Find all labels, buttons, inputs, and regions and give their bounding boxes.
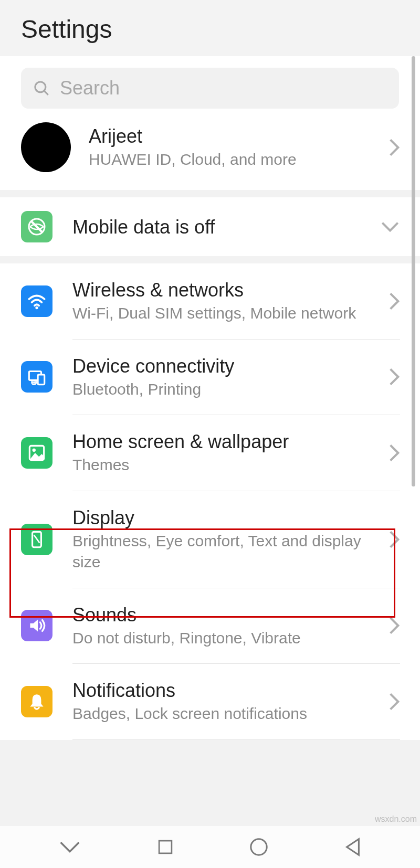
svg-rect-6	[38, 375, 45, 385]
chevron-right-icon	[388, 291, 400, 311]
item-subtitle: Badges, Lock screen notifications	[72, 703, 369, 725]
wifi-icon	[21, 285, 52, 317]
chevron-right-icon	[388, 692, 400, 712]
search-container: Search	[0, 68, 420, 109]
svg-line-3	[31, 221, 43, 232]
mobile-data-texts: Mobile data is off	[72, 215, 360, 239]
row-texts: Display Brightness, Eye comfort, Text an…	[72, 506, 369, 573]
account-row[interactable]: Arijeet HUAWEI ID, Cloud, and more	[0, 109, 420, 190]
chevron-right-icon	[388, 137, 400, 157]
bell-icon	[21, 686, 52, 717]
svg-point-4	[35, 306, 38, 309]
search-input[interactable]: Search	[21, 68, 399, 109]
top-section: Search Arijeet HUAWEI ID, Cloud, and mor…	[0, 56, 420, 190]
watermark: wsxdn.com	[375, 814, 417, 824]
item-title: Notifications	[72, 679, 369, 702]
mobile-data-icon	[21, 211, 52, 242]
settings-header: Settings	[0, 0, 420, 56]
avatar	[21, 122, 71, 172]
item-title: Display	[72, 506, 369, 530]
nav-home-icon[interactable]	[249, 837, 269, 857]
display-icon	[21, 524, 52, 555]
row-texts: Wireless & networks Wi-Fi, Dual SIM sett…	[72, 278, 369, 324]
item-subtitle: Do not disturb, Ringtone, Vibrate	[72, 628, 369, 649]
settings-item-home-screen[interactable]: Home screen & wallpaper Themes	[0, 415, 420, 491]
svg-marker-16	[346, 839, 359, 855]
nav-down-icon[interactable]	[58, 840, 81, 854]
chevron-right-icon	[388, 616, 400, 636]
navigation-bar	[0, 826, 420, 868]
svg-point-0	[35, 82, 46, 92]
search-icon	[33, 79, 50, 97]
settings-item-notifications[interactable]: Notifications Badges, Lock screen notifi…	[0, 664, 420, 739]
row-texts: Home screen & wallpaper Themes	[72, 430, 369, 476]
settings-item-device-connectivity[interactable]: Device connectivity Bluetooth, Printing	[0, 340, 420, 415]
item-subtitle: Brightness, Eye comfort, Text and displa…	[72, 531, 369, 573]
chevron-down-icon	[380, 221, 400, 232]
search-placeholder: Search	[60, 77, 120, 99]
item-title: Wireless & networks	[72, 278, 369, 302]
svg-line-13	[34, 535, 40, 543]
item-subtitle: Bluetooth, Printing	[72, 379, 369, 400]
row-texts: Device connectivity Bluetooth, Printing	[72, 354, 369, 400]
item-title: Sounds	[72, 603, 369, 627]
account-subtitle: HUAWEI ID, Cloud, and more	[89, 149, 371, 171]
page-title: Settings	[21, 15, 399, 44]
account-texts: Arijeet HUAWEI ID, Cloud, and more	[89, 124, 371, 171]
sound-icon	[21, 610, 52, 641]
nav-back-icon[interactable]	[344, 837, 362, 857]
divider	[72, 739, 400, 740]
svg-point-15	[251, 839, 267, 855]
svg-line-1	[44, 91, 48, 94]
nav-recent-icon[interactable]	[156, 838, 174, 856]
settings-item-display[interactable]: Display Brightness, Eye comfort, Text an…	[0, 491, 420, 588]
content-scroll[interactable]: Search Arijeet HUAWEI ID, Cloud, and mor…	[0, 56, 420, 823]
chevron-right-icon	[388, 443, 400, 463]
row-texts: Notifications Badges, Lock screen notifi…	[72, 679, 369, 725]
settings-item-wireless[interactable]: Wireless & networks Wi-Fi, Dual SIM sett…	[0, 263, 420, 339]
item-subtitle: Wi-Fi, Dual SIM settings, Mobile network	[72, 303, 369, 324]
svg-rect-14	[159, 841, 172, 853]
account-name: Arijeet	[89, 124, 371, 148]
item-subtitle: Themes	[72, 454, 369, 476]
svg-point-11	[33, 448, 36, 451]
chevron-right-icon	[388, 367, 400, 387]
item-title: Home screen & wallpaper	[72, 430, 369, 453]
image-icon	[21, 437, 52, 469]
devices-icon	[21, 361, 52, 393]
mobile-data-label: Mobile data is off	[72, 215, 360, 239]
item-title: Device connectivity	[72, 354, 369, 378]
settings-list: Wireless & networks Wi-Fi, Dual SIM sett…	[0, 263, 420, 740]
chevron-right-icon	[388, 530, 400, 549]
scrollbar[interactable]	[412, 56, 415, 486]
settings-item-sounds[interactable]: Sounds Do not disturb, Ringtone, Vibrate	[0, 588, 420, 664]
row-texts: Sounds Do not disturb, Ringtone, Vibrate	[72, 603, 369, 649]
mobile-data-row[interactable]: Mobile data is off	[0, 197, 420, 256]
mobile-data-section: Mobile data is off	[0, 197, 420, 256]
